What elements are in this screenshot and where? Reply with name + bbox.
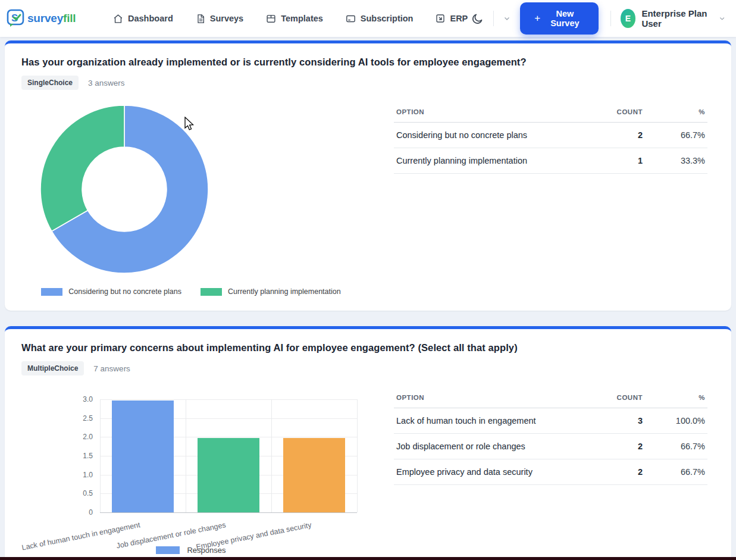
nav-item-surveys[interactable]: Surveys bbox=[196, 14, 243, 24]
brand-name: surveyfill bbox=[27, 12, 76, 25]
count-cell: 2 bbox=[574, 123, 645, 148]
column-header-pct: % bbox=[645, 389, 707, 408]
bar-chart-area: 3.02.52.01.51.00.50Lack of human touch i… bbox=[21, 386, 378, 555]
pct-cell: 66.7% bbox=[645, 434, 707, 459]
column-header-count: COUNT bbox=[574, 389, 645, 408]
table-header-row: OPTION COUNT % bbox=[394, 103, 707, 123]
gridline bbox=[100, 512, 357, 513]
plus-icon: + bbox=[534, 12, 540, 24]
question-card-multiple-choice: What are your primary concerns about imp… bbox=[5, 326, 731, 560]
results-page: Has your organization already implemente… bbox=[0, 37, 736, 560]
gridline bbox=[100, 399, 357, 400]
results-table: OPTION COUNT % Lack of human touch in en… bbox=[394, 389, 707, 485]
document-icon bbox=[196, 14, 205, 24]
credit-card-icon bbox=[346, 14, 356, 24]
new-survey-label: New Survey bbox=[546, 9, 584, 28]
user-name: Enterprise Plan User bbox=[641, 8, 712, 29]
legend-item: Considering but no concrete plans bbox=[41, 287, 181, 296]
donut-chart-area: Considering but no concrete plansCurrent… bbox=[21, 101, 378, 296]
question-card-single-choice: Has your organization already implemente… bbox=[5, 40, 731, 311]
nav-label: Surveys bbox=[210, 14, 243, 23]
divider bbox=[493, 11, 494, 26]
count-cell: 1 bbox=[574, 148, 645, 174]
option-cell: Job displacement or role changes bbox=[394, 434, 574, 459]
divider bbox=[610, 11, 611, 26]
home-icon bbox=[113, 14, 123, 24]
legend-label: Responses bbox=[187, 546, 226, 555]
nav-item-dashboard[interactable]: Dashboard bbox=[113, 14, 173, 24]
question-title: Has your organization already implemente… bbox=[21, 57, 715, 68]
count-cell: 2 bbox=[574, 434, 645, 459]
question-type-badge: SingleChoice bbox=[21, 76, 79, 90]
pct-cell: 33.3% bbox=[645, 148, 707, 174]
bar-chart-plot-area bbox=[100, 399, 357, 512]
brand-logo[interactable]: S surveyfill bbox=[6, 8, 95, 29]
legend-label: Currently planning implementation bbox=[228, 287, 341, 296]
answers-count: 3 answers bbox=[88, 79, 125, 87]
table-row: Considering but no concrete plans 2 66.7… bbox=[394, 123, 707, 148]
bar-chart-legend: Responses bbox=[21, 546, 361, 555]
moon-icon bbox=[471, 12, 484, 25]
theme-dropdown-button[interactable] bbox=[500, 11, 514, 26]
table-row: Job displacement or role changes 2 66.7% bbox=[394, 434, 707, 459]
answers-count: 7 answers bbox=[93, 364, 130, 373]
nav-item-subscription[interactable]: Subscription bbox=[346, 14, 414, 24]
new-survey-button[interactable]: + New Survey bbox=[520, 2, 599, 35]
avatar: E bbox=[621, 9, 636, 28]
category-separator-line bbox=[357, 399, 358, 512]
column-header-option: OPTION bbox=[394, 103, 574, 123]
results-table: OPTION COUNT % Considering but no concre… bbox=[394, 103, 707, 174]
question-title: What are your primary concerns about imp… bbox=[21, 342, 715, 353]
main-nav: Dashboard Surveys Templates Subscription… bbox=[113, 14, 468, 24]
count-cell: 2 bbox=[574, 459, 645, 485]
donut-slice[interactable] bbox=[40, 105, 124, 231]
option-cell: Employee privacy and data security bbox=[394, 459, 574, 485]
legend-swatch bbox=[156, 546, 180, 554]
pct-cell: 100.0% bbox=[645, 408, 707, 434]
category-separator-line bbox=[186, 399, 186, 512]
y-axis-tick-label: 2.0 bbox=[21, 433, 93, 441]
results-table-area: OPTION COUNT % Lack of human touch in en… bbox=[394, 386, 707, 555]
chevron-down-icon bbox=[719, 14, 725, 23]
layout-grid-icon bbox=[266, 14, 276, 24]
top-navigation-bar: S surveyfill Dashboard Surveys Templates… bbox=[0, 0, 736, 37]
y-axis-tick-label: 3.0 bbox=[21, 395, 93, 403]
nav-label: Templates bbox=[281, 14, 323, 23]
legend-swatch bbox=[41, 288, 62, 296]
column-header-count: COUNT bbox=[574, 103, 645, 123]
bar-chart[interactable]: 3.02.52.01.51.00.50Lack of human touch i… bbox=[21, 396, 361, 555]
nav-label: ERP bbox=[450, 14, 468, 23]
table-header-row: OPTION COUNT % bbox=[394, 389, 707, 408]
topbar-actions: + New Survey E Enterprise Plan User bbox=[468, 2, 725, 35]
option-cell: Lack of human touch in engagement bbox=[394, 408, 574, 434]
pct-cell: 66.7% bbox=[645, 459, 707, 485]
legend-swatch bbox=[201, 288, 222, 296]
y-axis-tick-label: 0 bbox=[21, 508, 93, 517]
donut-legend: Considering but no concrete plansCurrent… bbox=[5, 287, 378, 296]
user-menu[interactable]: E Enterprise Plan User bbox=[621, 8, 725, 29]
column-header-pct: % bbox=[645, 103, 707, 123]
table-row: Currently planning implementation 1 33.3… bbox=[394, 148, 707, 174]
bar[interactable] bbox=[198, 438, 259, 512]
y-axis-tick-label: 1.5 bbox=[21, 452, 93, 460]
nav-item-templates[interactable]: Templates bbox=[266, 14, 323, 24]
category-separator-line bbox=[100, 399, 101, 512]
nav-item-erp[interactable]: ERP bbox=[436, 14, 468, 23]
table-row: Employee privacy and data security 2 66.… bbox=[394, 459, 707, 485]
donut-chart[interactable] bbox=[38, 103, 211, 276]
nav-label: Subscription bbox=[361, 14, 414, 23]
column-header-option: OPTION bbox=[394, 389, 574, 408]
category-separator-line bbox=[271, 399, 272, 512]
pct-cell: 66.7% bbox=[645, 123, 707, 148]
bar[interactable] bbox=[283, 438, 345, 512]
bottom-edge-bar bbox=[0, 557, 736, 560]
y-axis-tick-label: 2.5 bbox=[21, 414, 93, 423]
nav-label: Dashboard bbox=[128, 14, 173, 23]
legend-label: Considering but no concrete plans bbox=[68, 287, 181, 296]
chevron-down-icon bbox=[503, 15, 510, 22]
question-type-badge: MultipleChoice bbox=[21, 361, 84, 376]
table-row: Lack of human touch in engagement 3 100.… bbox=[394, 408, 707, 434]
theme-toggle-button[interactable] bbox=[468, 9, 487, 29]
bar[interactable] bbox=[112, 401, 174, 512]
option-cell: Currently planning implementation bbox=[394, 148, 574, 174]
